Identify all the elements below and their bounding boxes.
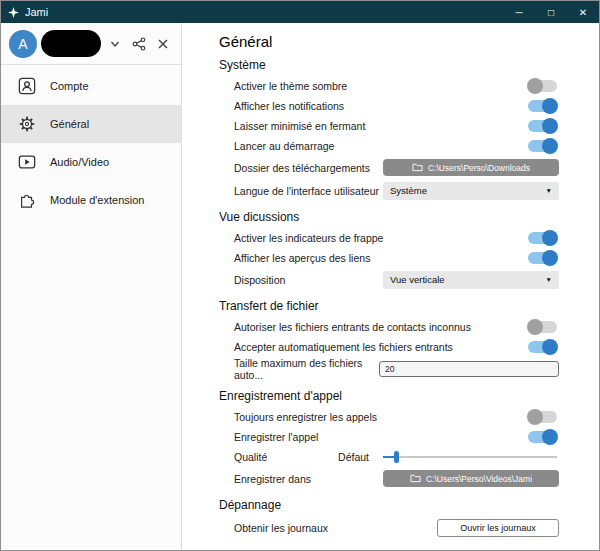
toggle-knob (542, 98, 558, 114)
window-content: A (1, 23, 599, 550)
setting-row-dark-theme: Activer le thème sombre (219, 76, 559, 96)
open-logs-button[interactable]: Ouvrir les journaux (437, 519, 559, 537)
toggle-knob (527, 78, 543, 94)
jami-window: Jami ─ □ ✕ A (0, 0, 600, 551)
setting-label: Afficher les aperçus des liens (234, 252, 370, 264)
setting-label: Langue de l'interface utilisateur (234, 185, 379, 197)
setting-row-record-path: Enregistrer dans C:\Users\Perso\Videos\J… (219, 467, 559, 490)
auto-accept-toggle[interactable] (528, 341, 557, 353)
setting-row-unknown-files: Autoriser les fichiers entrants de conta… (219, 317, 559, 337)
section-header: Transfert de fichier (219, 299, 559, 313)
redacted-account-name (41, 30, 101, 57)
quality-control: Défaut (338, 450, 559, 464)
close-button[interactable]: ✕ (567, 1, 599, 23)
toggle-knob (542, 429, 558, 445)
toggle-knob (527, 409, 543, 425)
toggle-knob (542, 250, 558, 266)
setting-label: Taille maximum des fichiers auto... (234, 357, 379, 381)
account-icon (17, 77, 37, 95)
setting-label: Lancer au démarrage (234, 140, 334, 152)
puzzle-icon (17, 191, 37, 209)
caret-down-icon: ▼ (546, 187, 552, 194)
max-file-size-input[interactable] (379, 361, 559, 377)
setting-label: Laisser minimisé en fermant (234, 120, 365, 132)
section-chatview: Vue dicussions Activer les indicateurs d… (219, 210, 559, 291)
record-call-toggle[interactable] (528, 431, 557, 443)
setting-label: Disposition (234, 274, 285, 286)
downloads-folder-button[interactable]: C:\Users\Perso\Downloads (383, 159, 559, 176)
toggle-knob (542, 230, 558, 246)
sidebar-item-label: Audio/Video (50, 156, 109, 168)
sidebar-item-compte[interactable]: Compte (1, 67, 181, 105)
page-title: Général (219, 33, 559, 50)
layout-dropdown[interactable]: Vue verticale ▼ (383, 271, 559, 289)
setting-label: Dossier des téléchargements (234, 162, 370, 174)
notifications-toggle[interactable] (528, 100, 557, 112)
setting-row-keep-minimized: Laisser minimisé en fermant (219, 116, 559, 136)
sidebar-item-audio-video[interactable]: Audio/Video (1, 143, 181, 181)
section-call-recording: Enregistrement d'appel Toujours enregist… (219, 389, 559, 490)
account-actions (109, 37, 169, 51)
section-header: Dépannage (219, 498, 559, 512)
caret-down-icon: ▼ (546, 276, 552, 283)
setting-row-language: Langue de l'interface utilisateur Systèm… (219, 179, 559, 202)
setting-label: Autoriser les fichiers entrants de conta… (234, 321, 471, 333)
link-previews-toggle[interactable] (528, 252, 557, 264)
setting-label: Qualité (234, 451, 267, 463)
setting-row-downloads-folder: Dossier des téléchargements C:\Users\Per… (219, 156, 559, 179)
setting-row-typing-indicators: Activer les indicateurs de frappe (219, 228, 559, 248)
settings-panel: Général Système Activer le thème sombre … (182, 23, 599, 550)
section-header: Enregistrement d'appel (219, 389, 559, 403)
setting-row-notifications: Afficher les notifications (219, 96, 559, 116)
folder-icon (410, 473, 421, 485)
gear-icon (17, 115, 37, 133)
language-dropdown[interactable]: Système ▼ (383, 182, 559, 200)
sidebar-item-label: Général (50, 118, 89, 130)
minimize-button[interactable]: ─ (503, 1, 535, 23)
avatar[interactable]: A (9, 30, 37, 58)
setting-row-run-at-startup: Lancer au démarrage (219, 136, 559, 156)
quality-slider[interactable] (383, 450, 557, 464)
always-record-toggle[interactable] (528, 411, 557, 423)
jami-logo-icon (1, 7, 25, 18)
chevron-down-icon[interactable] (109, 38, 121, 50)
setting-row-record-call: Enregistrer l'appel (219, 427, 559, 447)
setting-row-max-file-size: Taille maximum des fichiers auto... (219, 357, 559, 381)
sidebar-item-label: Compte (50, 80, 89, 92)
sidebar-menu: Compte Général Audio/Video (1, 65, 181, 219)
slider-handle[interactable] (394, 451, 399, 463)
titlebar: Jami ─ □ ✕ (1, 1, 599, 23)
dropdown-value: Vue verticale (390, 274, 445, 285)
setting-label: Obtenir les journaux (234, 522, 328, 534)
settings-sidebar: A (1, 23, 182, 550)
setting-label: Accepter automatiquement les fichiers en… (234, 341, 453, 353)
close-settings-icon[interactable] (157, 38, 169, 50)
share-icon[interactable] (132, 37, 146, 51)
setting-label: Activer le thème sombre (234, 80, 347, 92)
window-title: Jami (25, 6, 48, 18)
toggle-knob (527, 319, 543, 335)
startup-toggle[interactable] (528, 140, 557, 152)
dark-theme-toggle[interactable] (528, 80, 557, 92)
sidebar-item-extensions[interactable]: Module d'extension (1, 181, 181, 219)
quality-value: Défaut (338, 451, 369, 463)
folder-icon (412, 162, 423, 174)
typing-indicators-toggle[interactable] (528, 232, 557, 244)
window-controls: ─ □ ✕ (503, 1, 599, 23)
record-path-button[interactable]: C:\Users\Perso\Videos\Jami (383, 470, 559, 487)
sidebar-item-general[interactable]: Général (1, 105, 181, 143)
account-row: A (1, 23, 181, 65)
unknown-files-toggle[interactable] (528, 321, 557, 333)
toggle-knob (542, 138, 558, 154)
setting-row-link-previews: Afficher les aperçus des liens (219, 248, 559, 268)
keep-minimized-toggle[interactable] (528, 120, 557, 132)
slider-track (383, 456, 557, 458)
section-file-transfer: Transfert de fichier Autoriser les fichi… (219, 299, 559, 381)
maximize-button[interactable]: □ (535, 1, 567, 23)
setting-row-auto-accept: Accepter automatiquement les fichiers en… (219, 337, 559, 357)
section-header: Système (219, 58, 559, 72)
dropdown-value: Système (390, 185, 427, 196)
sidebar-item-label: Module d'extension (50, 194, 144, 206)
folder-path: C:\Users\Perso\Downloads (428, 163, 530, 173)
setting-label: Enregistrer dans (234, 473, 311, 485)
